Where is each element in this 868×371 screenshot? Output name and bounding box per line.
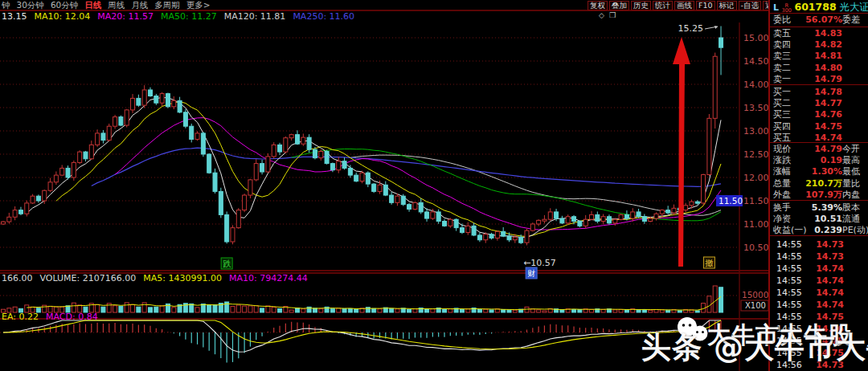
stock-header: L R300 601788 光大证券 <box>773 1 868 13</box>
price-axis-label: 15.00 <box>743 33 769 43</box>
candle <box>231 228 235 242</box>
candle <box>36 196 40 201</box>
volume-bar <box>154 307 158 312</box>
volume-bar <box>378 309 382 312</box>
candle <box>436 212 440 222</box>
bid-row-value: 14.74 <box>814 132 842 144</box>
candle <box>672 208 676 213</box>
volume-bar <box>254 306 258 312</box>
candle <box>713 56 717 118</box>
info-row: 总量210.7万量比 <box>770 178 868 190</box>
bid-row: 买五14.74 <box>770 132 868 144</box>
legend-item: 13.15 <box>2 11 27 22</box>
stock-name: 光大证券 <box>839 1 868 13</box>
volume-bar <box>390 308 394 312</box>
ma-legend: 13.15MA10: 12.04MA20: 11.57MA50: 11.27MA… <box>2 11 354 22</box>
svg-text:11.50: 11.50 <box>719 196 743 206</box>
ask-row: 卖二14.80 <box>770 63 868 74</box>
candle <box>213 173 217 191</box>
candle <box>113 117 117 127</box>
volume-bar <box>502 309 506 312</box>
candle <box>96 133 100 145</box>
candle <box>607 217 611 223</box>
candle <box>160 94 164 104</box>
candle <box>413 202 417 209</box>
volume-bar <box>695 311 699 312</box>
volume-bar <box>613 310 617 312</box>
candle <box>243 195 247 210</box>
tick-time: 14:55 <box>776 275 802 287</box>
tick-time: 14:55 <box>776 287 802 299</box>
info-row-label2: 量比 <box>842 178 860 190</box>
legend-item: MA10: 794274.44 <box>229 273 308 283</box>
bid-row-value: 14.77 <box>814 98 842 109</box>
candle <box>495 231 499 238</box>
bid-row-label: 买一 <box>773 87 791 98</box>
tick-time: 14:55 <box>776 251 802 263</box>
candle <box>443 222 447 226</box>
candle <box>207 154 211 173</box>
candle <box>84 152 88 159</box>
candle <box>601 217 605 222</box>
candle <box>684 206 688 210</box>
volume-bar <box>137 307 141 312</box>
volume-bar <box>578 309 582 312</box>
candle <box>172 100 176 107</box>
candle <box>690 202 694 206</box>
bid-row: 买三14.76 <box>770 109 868 120</box>
candle <box>2 222 6 224</box>
down-badge[interactable]: 跌 <box>223 259 231 268</box>
candle <box>190 126 194 139</box>
tick-row: 14:5514.73 <box>770 251 868 263</box>
candlestick-chart[interactable]: 15.0014.5014.0013.5013.0012.5012.0011.50… <box>0 0 770 371</box>
info-row-value: 107.9万 <box>805 190 842 201</box>
news-badge[interactable]: 撤 <box>704 259 713 267</box>
finance-badge[interactable]: 财 <box>527 269 535 278</box>
info-row-value: 5.39% <box>812 202 842 214</box>
quote-panel: L R300 601788 光大证券 委比 56.07% 委差 卖五14.83卖… <box>770 0 868 371</box>
info-row-label2: 股本 <box>842 202 860 214</box>
candle <box>313 149 317 157</box>
candle <box>637 212 641 217</box>
candle <box>631 212 635 218</box>
candle <box>560 218 564 223</box>
volume-bar <box>477 309 481 312</box>
volume-bar <box>637 309 641 312</box>
price-axis-label: 11.50 <box>743 196 769 206</box>
candle <box>13 210 17 218</box>
volume-bar <box>448 309 452 312</box>
tick-row: 14:5514.74 <box>770 263 868 275</box>
weibi-label: 委比 <box>773 14 791 26</box>
ask-row-value: 14.82 <box>814 39 842 51</box>
candle <box>419 202 423 212</box>
bid-row-label: 买四 <box>773 121 791 132</box>
candle <box>578 222 582 226</box>
info-row-value: 0.239 <box>814 225 842 236</box>
candle <box>502 231 506 236</box>
info-row-label: 净资 <box>773 214 791 225</box>
ask-row-value: 14.81 <box>814 51 842 62</box>
tick-price: 14.74 <box>816 263 844 275</box>
candle <box>513 237 517 239</box>
ask-row: 卖五14.83 <box>770 28 868 39</box>
candle <box>555 212 559 218</box>
info-row: 外盘107.9万内盘 <box>770 190 868 201</box>
ask-row-label: 卖一 <box>773 74 791 85</box>
candle <box>248 180 252 195</box>
candle <box>654 214 658 218</box>
candle <box>572 217 576 222</box>
info-row: 净资10.51流通 <box>770 214 868 225</box>
legend-item: MA120: 11.81 <box>224 11 286 22</box>
info-row-value: 1.30% <box>812 166 842 177</box>
volume-bar <box>660 310 664 312</box>
candle <box>131 98 135 109</box>
bid-row-label: 买三 <box>773 109 791 120</box>
candle <box>225 214 229 242</box>
bid-row-label: 买二 <box>773 98 791 109</box>
candle <box>278 145 282 152</box>
info-row-label2: 内盘 <box>842 190 860 201</box>
candle <box>383 185 387 195</box>
ask-row: 卖四14.82 <box>770 39 868 51</box>
info-row-label: 涨幅 <box>773 166 791 177</box>
tick-price: 14.74 <box>816 275 844 287</box>
